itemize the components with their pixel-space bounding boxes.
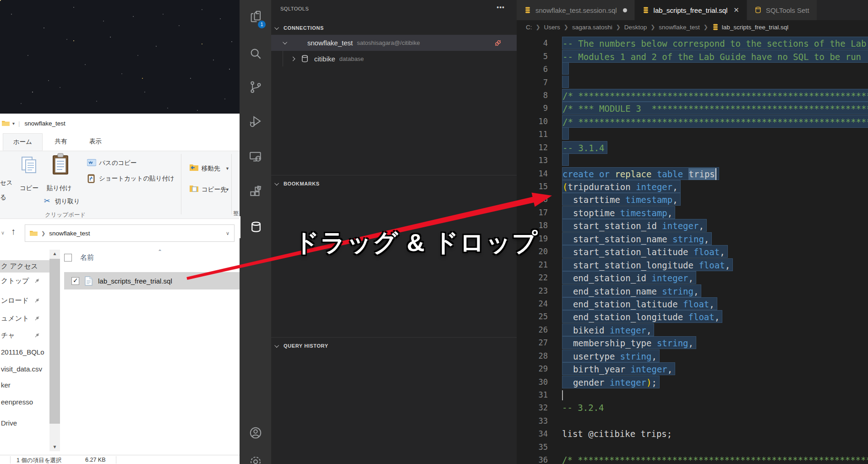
breadcrumb-item[interactable]: C: xyxy=(526,24,532,31)
connection-row-snowflake-test[interactable]: snowflake_test satoshisagara@/citibike xyxy=(271,35,517,51)
nav-history-chevron[interactable]: ∨ xyxy=(1,230,5,236)
code-line-18[interactable]: 18 start_station_id integer, xyxy=(517,219,868,232)
code-line-6[interactable]: 6 xyxy=(517,63,868,76)
code-line-26[interactable]: 26 bikeid integer, xyxy=(517,323,868,336)
code-line-31[interactable]: 31 xyxy=(517,388,868,401)
nav-item[interactable]: ker xyxy=(0,379,49,391)
nav-item[interactable]: ュメント xyxy=(0,312,49,325)
column-header-row[interactable]: 名前 xyxy=(64,253,94,262)
scrollbar-thumb[interactable] xyxy=(49,259,60,424)
editor-tab-1[interactable]: lab_scripts_free_trial.sql✕ xyxy=(635,0,747,20)
code-line-24[interactable]: 24 end_station_latitude float, xyxy=(517,297,868,310)
breadcrumb-item[interactable]: snowflake_test xyxy=(659,24,699,31)
code-line-11[interactable]: 11 xyxy=(517,128,868,141)
code-line-32[interactable]: 32-- 3.2.4 xyxy=(517,401,868,414)
code-line-33[interactable]: 33 xyxy=(517,415,868,427)
move-to-dropdown-arrow[interactable]: ▼ xyxy=(225,166,229,171)
address-chevron[interactable]: ❯ xyxy=(41,230,45,236)
code-line-19[interactable]: 19 start_station_name string, xyxy=(517,232,868,245)
breadcrumb-item[interactable]: Desktop xyxy=(624,24,647,31)
close-icon[interactable]: ✕ xyxy=(733,6,739,14)
sqltools-database-button[interactable] xyxy=(240,216,271,238)
code-line-7[interactable]: 7 xyxy=(517,76,868,88)
paste-button[interactable]: 貼り付け xyxy=(47,184,72,192)
editor-tab-0[interactable]: snowflake_test.session.sql xyxy=(517,0,634,20)
code-line-29[interactable]: 29 birth_year integer, xyxy=(517,362,868,375)
search-button[interactable] xyxy=(240,43,271,65)
file-row-selected[interactable]: lab_scripts_free_trial.sql xyxy=(64,272,240,289)
bookmarks-section-header[interactable]: BOOKMARKS xyxy=(271,178,517,190)
code-line-17[interactable]: 17 stoptime timestamp, xyxy=(517,206,868,219)
code-line-21[interactable]: 21 start_station_longitude float, xyxy=(517,258,868,271)
copy-to-dropdown-arrow[interactable]: ▼ xyxy=(225,187,229,192)
cut-button[interactable]: 切り取り xyxy=(55,197,80,206)
code-line-10[interactable]: 10/* ***********************************… xyxy=(517,115,868,128)
select-all-checkbox[interactable] xyxy=(64,254,72,262)
code-line-34[interactable]: 34list @citibike_trips; xyxy=(517,427,868,440)
code-line-16[interactable]: 16 starttime timestamp, xyxy=(517,193,868,206)
source-control-button[interactable] xyxy=(240,76,271,98)
address-path[interactable]: snowflake_test xyxy=(49,230,90,237)
scroll-down-button[interactable]: ▼ xyxy=(49,443,60,451)
pin-quick-access-fragment-1[interactable]: セス xyxy=(0,179,13,187)
copy-button[interactable]: コピー xyxy=(20,184,38,192)
quick-access-toolbar-arrow[interactable]: ▾ xyxy=(12,121,15,126)
modified-dot-icon[interactable] xyxy=(623,8,627,12)
address-dropdown-arrow[interactable]: ∨ xyxy=(226,230,229,236)
ribbon-tab-home[interactable]: ホーム xyxy=(3,133,43,151)
database-row-citibike[interactable]: citibike database xyxy=(271,51,517,66)
code-line-28[interactable]: 28 usertype string, xyxy=(517,349,868,362)
scroll-up-button[interactable]: ▲ xyxy=(49,250,60,258)
account-button[interactable] xyxy=(240,422,271,444)
code-line-20[interactable]: 20 start_station_latitude float, xyxy=(517,245,868,258)
code-line-22[interactable]: 22 end_station_id integer, xyxy=(517,271,868,284)
sort-ascending-icon[interactable]: ⌃ xyxy=(158,250,162,255)
code-line-30[interactable]: 30 gender integer); xyxy=(517,375,868,388)
sidebar-more-actions[interactable]: ••• xyxy=(497,4,505,11)
move-to-button[interactable]: 移動先 xyxy=(202,164,220,173)
code-line-14[interactable]: 14create or replace table trips xyxy=(517,167,868,180)
copy-path-button[interactable]: パスのコピー xyxy=(99,159,137,167)
breadcrumb-item-file[interactable]: lab_scripts_free_trial.sql xyxy=(712,23,789,31)
code-line-23[interactable]: 23 end_station_name string, xyxy=(517,284,868,297)
ribbon-tab-view[interactable]: 表示 xyxy=(79,133,112,150)
ribbon-tab-share[interactable]: 共有 xyxy=(45,133,77,150)
paste-shortcut-button[interactable]: ショートカットの貼り付け xyxy=(99,175,175,183)
address-bar[interactable]: ❯ snowflake_test ∨ xyxy=(25,224,235,242)
code-line-13[interactable]: 13 xyxy=(517,154,868,167)
file-checkbox-checked[interactable] xyxy=(71,277,79,285)
files-explorer-button[interactable]: 1 xyxy=(240,5,271,27)
nav-item[interactable]: ンロード xyxy=(0,295,49,307)
disconnected-plug-icon[interactable] xyxy=(493,38,502,48)
nav-item[interactable]: visit_data.csv xyxy=(0,363,49,375)
run-and-debug-button[interactable] xyxy=(240,110,271,132)
up-arrow-button[interactable]: ↑ xyxy=(11,226,16,237)
code-line-15[interactable]: 15(tripduration integer, xyxy=(517,180,868,193)
nav-scrollbar[interactable]: ▲ ▼ xyxy=(49,250,60,451)
code-editor[interactable]: 4-- The numbers below correspond to the … xyxy=(517,34,868,464)
settings-gear-button[interactable] xyxy=(240,451,271,464)
extensions-button[interactable] xyxy=(240,181,271,203)
nav-item[interactable]: 201116_BQLo xyxy=(0,346,49,358)
breadcrumb[interactable]: C:❯Users❯sagara.satoshi❯Desktop❯snowflak… xyxy=(517,20,868,34)
code-line-5[interactable]: 5-- Modules 1 and 2 of the Lab Guide hav… xyxy=(517,49,868,62)
explorer-title-bar[interactable]: ▾ | snowflake_test xyxy=(0,114,240,133)
nav-item[interactable]: Drive xyxy=(0,417,49,429)
code-line-12[interactable]: 12-- 3.1.4 xyxy=(517,141,868,154)
breadcrumb-item[interactable]: sagara.satoshi xyxy=(572,24,612,31)
code-line-8[interactable]: 8/* ************************************… xyxy=(517,89,868,102)
code-line-27[interactable]: 27 membership_type string, xyxy=(517,336,868,349)
code-line-4[interactable]: 4-- The numbers below correspond to the … xyxy=(517,37,868,49)
nav-item[interactable]: ク アクセス xyxy=(0,260,49,273)
breadcrumb-item[interactable]: Users xyxy=(544,24,560,31)
connections-section-header[interactable]: CONNECTIONS xyxy=(271,22,517,34)
nav-item[interactable]: eenpresso xyxy=(0,396,49,408)
query-history-section-header[interactable]: QUERY HISTORY xyxy=(271,340,517,352)
code-line-9[interactable]: 9/* *** MODULE 3 ***********************… xyxy=(517,102,868,115)
name-column-header[interactable]: 名前 xyxy=(80,253,94,262)
nav-item[interactable]: クトップ xyxy=(0,275,49,287)
code-line-25[interactable]: 25 end_station_longitude float, xyxy=(517,310,868,323)
remote-explorer-button[interactable] xyxy=(240,146,271,168)
code-line-35[interactable]: 35 xyxy=(517,441,868,453)
code-line-36[interactable]: 36/* ***********************************… xyxy=(517,453,868,464)
